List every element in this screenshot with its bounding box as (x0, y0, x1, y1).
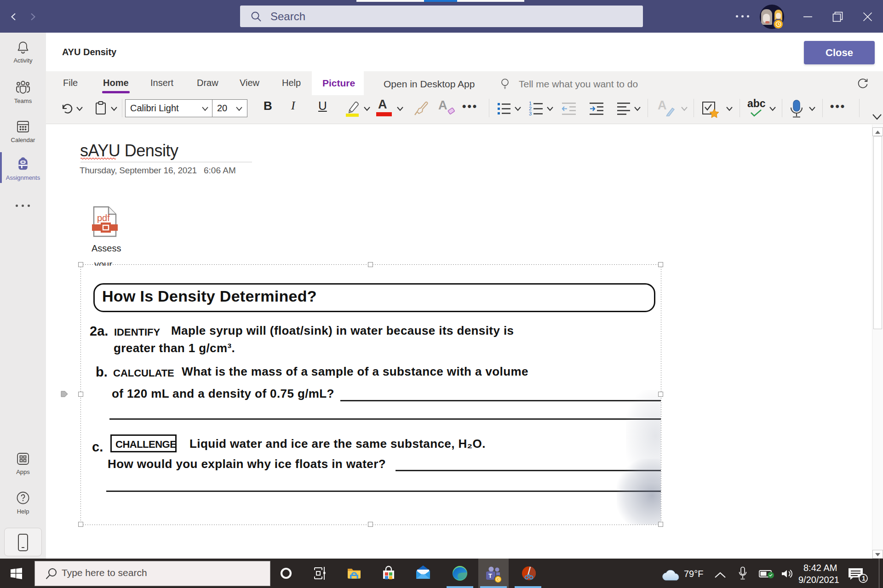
svg-text:3: 3 (529, 111, 532, 116)
svg-text:T: T (488, 572, 492, 579)
svg-text:1: 1 (862, 575, 866, 582)
svg-text:pdf: pdf (97, 213, 110, 223)
